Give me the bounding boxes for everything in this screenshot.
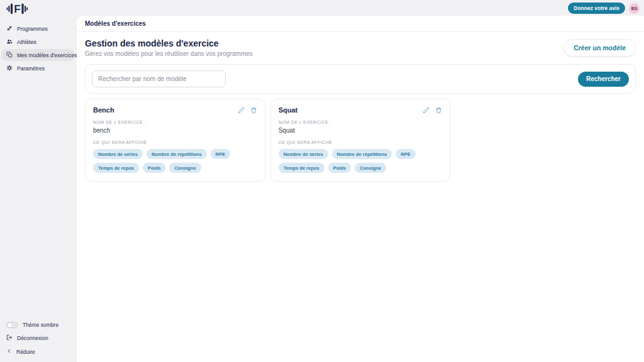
dumbbell-icon — [6, 25, 13, 33]
badge: Consigne — [169, 163, 201, 173]
badge: RPE — [396, 149, 415, 159]
barbell-logo-icon: F — [6, 3, 35, 15]
page-header: Gestion des modèles d'exercice Gérez vos… — [77, 32, 644, 57]
breadcrumb-title: Modèles d'exercices — [85, 20, 146, 27]
create-model-button[interactable]: Créer un modèle — [564, 39, 636, 57]
badge-list: Nombre de séries Nombre de répétitions R… — [93, 149, 257, 173]
users-icon — [6, 38, 13, 46]
sidebar-item-parametres[interactable]: Paramètres — [1, 62, 74, 74]
page-subtitle: Gérez vos modèles pour les réutiliser da… — [85, 50, 253, 57]
edit-icon[interactable] — [238, 107, 245, 114]
sidebar-nav: Programmes Athlètes Mes modèles d'exerci… — [0, 22, 77, 75]
sidebar-item-mes-modeles[interactable]: Mes modèles d'exercices — [1, 49, 74, 61]
exercise-name-label: NOM DE L'EXERCICE : — [279, 120, 443, 124]
collapse-label: Réduire — [16, 349, 35, 355]
copy-icon — [6, 52, 13, 59]
search-button[interactable]: Rechercher — [578, 72, 629, 87]
exercise-name-value: bench — [93, 127, 257, 134]
badge: RPE — [211, 149, 230, 159]
badge: Temps de repos — [93, 163, 139, 173]
card-actions — [423, 107, 442, 114]
sidebar-item-label: Athlètes — [17, 39, 36, 45]
badge: Nombre de répétitions — [147, 149, 207, 159]
card-header: Squat — [279, 106, 443, 114]
search-input[interactable] — [92, 70, 226, 87]
exercise-name-value: Squat — [279, 127, 443, 134]
displayed-fields-label: CE QUI SERA AFFICHÉ — [93, 140, 257, 145]
sidebar-item-programmes[interactable]: Programmes — [1, 23, 74, 35]
page-title: Gestion des modèles d'exercice — [85, 38, 253, 48]
badge: Nombre de séries — [279, 149, 328, 159]
theme-toggle-label: Thème sombre — [23, 322, 58, 328]
feedback-button[interactable]: Donnez votre avis — [568, 3, 625, 14]
sidebar-item-label: Paramètres — [17, 65, 45, 72]
edit-icon[interactable] — [423, 107, 430, 114]
chevron-left-icon — [6, 348, 12, 355]
collapse-sidebar-button[interactable]: Réduire — [0, 345, 77, 358]
exercise-card-squat: Squat NOM DE L'EXERCICE : Squat CE QUI S… — [270, 99, 451, 182]
card-actions — [238, 107, 257, 114]
panel-topbar: Modèles d'exercices — [77, 16, 644, 32]
badge: Consigne — [355, 163, 386, 173]
badge: Poids — [143, 163, 165, 173]
sidebar: F Programmes Athlètes — [0, 0, 77, 362]
logout-icon — [6, 334, 13, 342]
app-logo: F — [0, 0, 77, 22]
search-card: Rechercher — [85, 64, 636, 94]
logout-label: Déconnexion — [17, 335, 48, 341]
card-title: Squat — [279, 106, 298, 114]
gear-icon — [6, 65, 13, 72]
main-panel: Modèles d'exercices Gestion des modèles … — [77, 16, 644, 362]
sidebar-bottom: Thème sombre Déconnexion Réduire — [0, 319, 77, 362]
sidebar-item-label: Mes modèles d'exercices — [17, 52, 77, 58]
badge: Poids — [328, 163, 351, 173]
card-header: Bench — [93, 106, 257, 114]
card-title: Bench — [93, 106, 114, 114]
exercise-name-label: NOM DE L'EXERCICE : — [93, 120, 257, 124]
theme-toggle-row: Thème sombre — [0, 319, 77, 331]
sidebar-item-athletes[interactable]: Athlètes — [1, 36, 74, 48]
delete-icon[interactable] — [435, 107, 442, 114]
delete-icon[interactable] — [250, 107, 257, 114]
sidebar-item-label: Programmes — [17, 26, 48, 32]
exercise-cards-grid: Bench NOM DE L'EXERCICE : bench CE QUI S… — [85, 99, 636, 182]
avatar[interactable]: BS — [629, 3, 640, 14]
badge-list: Nombre de séries Nombre de répétitions R… — [279, 149, 443, 173]
badge: Temps de repos — [279, 163, 325, 173]
toggle-knob — [8, 323, 12, 327]
displayed-fields-label: CE QUI SERA AFFICHÉ — [279, 140, 443, 145]
logout-button[interactable]: Déconnexion — [0, 331, 77, 345]
svg-text:F: F — [14, 3, 20, 15]
theme-toggle[interactable] — [6, 322, 18, 328]
page-header-text: Gestion des modèles d'exercice Gérez vos… — [85, 38, 253, 57]
top-actions-bar: Donnez votre avis BS — [568, 3, 640, 14]
badge: Nombre de séries — [93, 149, 143, 159]
exercise-card-bench: Bench NOM DE L'EXERCICE : bench CE QUI S… — [85, 99, 265, 182]
badge: Nombre de répétitions — [332, 149, 392, 159]
